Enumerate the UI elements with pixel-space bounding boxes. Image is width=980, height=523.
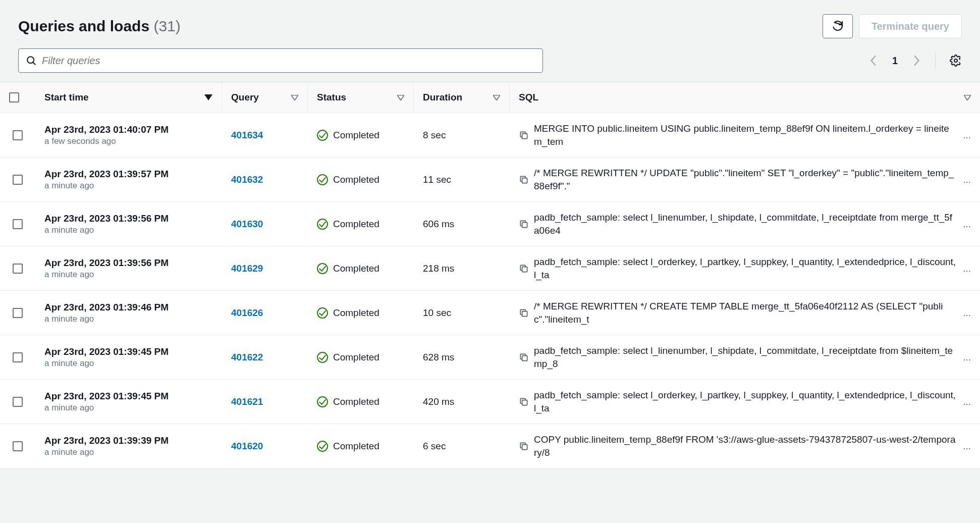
copy-sql-button[interactable]: [519, 175, 529, 185]
title-count: (31): [153, 18, 180, 34]
duration-text: 8 sec: [423, 130, 446, 141]
status-success-icon: [317, 130, 328, 141]
status-success-icon: [317, 174, 328, 185]
row-checkbox[interactable]: [13, 397, 23, 407]
svg-point-0: [27, 57, 34, 63]
query-id-link[interactable]: 401620: [231, 441, 263, 452]
query-id-link[interactable]: 401634: [231, 130, 263, 141]
sql-ellipsis: ...: [961, 396, 971, 407]
start-relative: a minute ago: [44, 181, 169, 191]
status-success-icon: [317, 396, 328, 407]
col-header-label: Status: [317, 92, 346, 103]
next-page-button[interactable]: [912, 55, 921, 66]
query-id-link[interactable]: 401621: [231, 396, 263, 407]
table-row: Apr 23rd, 2023 01:39:46 PMa minute ago40…: [0, 291, 980, 335]
gear-icon: [950, 55, 962, 67]
page-title: Queries and loads (31): [18, 18, 181, 35]
copy-sql-button[interactable]: [519, 441, 529, 451]
query-id-link[interactable]: 401632: [231, 174, 263, 185]
start-time: Apr 23rd, 2023 01:39:39 PM: [44, 435, 169, 446]
copy-sql-button[interactable]: [519, 130, 529, 140]
svg-rect-10: [522, 222, 527, 227]
col-header-status[interactable]: Status: [308, 82, 414, 113]
col-header-label: SQL: [519, 92, 538, 103]
settings-button[interactable]: [950, 55, 962, 67]
query-id-link[interactable]: 401630: [231, 219, 263, 230]
copy-sql-button[interactable]: [519, 352, 529, 362]
svg-line-1: [33, 62, 35, 65]
duration-text: 10 sec: [423, 307, 451, 319]
col-header-sql[interactable]: SQL: [510, 82, 980, 113]
refresh-button[interactable]: [823, 14, 853, 38]
status-success-icon: [317, 352, 328, 363]
row-checkbox[interactable]: [13, 219, 23, 229]
select-all-checkbox[interactable]: [9, 92, 19, 102]
query-id-link[interactable]: 401629: [231, 263, 263, 274]
start-time: Apr 23rd, 2023 01:40:07 PM: [44, 124, 169, 135]
sql-text: COPY public.lineitem_temp_88ef9f FROM 's…: [534, 433, 956, 459]
col-header-duration[interactable]: Duration: [414, 82, 510, 113]
status-text: Completed: [333, 352, 379, 363]
row-checkbox[interactable]: [13, 441, 23, 451]
start-relative: a minute ago: [44, 358, 169, 369]
start-relative: a minute ago: [44, 314, 169, 324]
col-header-select: [0, 82, 35, 113]
sql-ellipsis: ...: [961, 130, 971, 141]
copy-sql-button[interactable]: [519, 308, 529, 318]
status-text: Completed: [333, 219, 379, 230]
query-id-link[interactable]: 401626: [231, 307, 263, 319]
filter-input[interactable]: [37, 55, 535, 67]
status-success-icon: [317, 441, 328, 452]
status-text: Completed: [333, 307, 379, 319]
status-success-icon: [317, 307, 328, 319]
svg-rect-8: [522, 133, 527, 138]
sql-ellipsis: ...: [961, 307, 971, 319]
row-checkbox[interactable]: [13, 264, 23, 274]
row-checkbox[interactable]: [13, 352, 23, 362]
sql-text: MERGE INTO public.lineitem USING public.…: [534, 122, 956, 148]
status-text: Completed: [333, 441, 379, 452]
svg-point-2: [954, 59, 957, 62]
query-id-link[interactable]: 401622: [231, 352, 263, 363]
start-relative: a minute ago: [44, 447, 169, 457]
col-header-label: Query: [231, 92, 259, 103]
chevron-right-icon: [912, 55, 921, 66]
start-relative: a few seconds ago: [44, 136, 169, 146]
svg-rect-11: [522, 267, 527, 272]
svg-marker-4: [291, 95, 298, 100]
copy-sql-button[interactable]: [519, 397, 529, 407]
svg-rect-12: [522, 311, 527, 316]
copy-sql-button[interactable]: [519, 264, 529, 274]
copy-sql-button[interactable]: [519, 219, 529, 229]
page-number: 1: [892, 55, 898, 67]
start-time: Apr 23rd, 2023 01:39:57 PM: [44, 169, 169, 180]
sql-ellipsis: ...: [961, 441, 971, 452]
row-checkbox[interactable]: [13, 175, 23, 185]
sql-text: padb_fetch_sample: select l_orderkey, l_…: [534, 255, 956, 281]
prev-page-button[interactable]: [869, 55, 878, 66]
sql-text: /* MERGE REWRITTEN */ CREATE TEMP TABLE …: [534, 300, 956, 326]
terminate-query-button[interactable]: Terminate query: [859, 14, 962, 38]
divider: [935, 53, 936, 69]
sql-ellipsis: ...: [961, 219, 971, 230]
col-header-query[interactable]: Query: [222, 82, 308, 113]
duration-text: 11 sec: [423, 174, 451, 185]
chevron-left-icon: [869, 55, 878, 66]
svg-rect-14: [522, 400, 527, 405]
sql-text: padb_fetch_sample: select l_orderkey, l_…: [534, 389, 956, 414]
duration-text: 420 ms: [423, 396, 454, 407]
filter-input-wrapper[interactable]: [18, 48, 543, 73]
start-time: Apr 23rd, 2023 01:39:46 PM: [44, 302, 169, 313]
start-time: Apr 23rd, 2023 01:39:45 PM: [44, 346, 169, 357]
svg-marker-7: [964, 95, 971, 100]
status-text: Completed: [333, 396, 379, 407]
row-checkbox[interactable]: [13, 130, 23, 140]
svg-marker-6: [493, 95, 500, 100]
status-success-icon: [317, 219, 328, 230]
row-checkbox[interactable]: [13, 308, 23, 318]
col-header-start-time[interactable]: Start time: [35, 82, 222, 113]
refresh-icon: [832, 20, 844, 32]
status-text: Completed: [333, 263, 379, 274]
sql-ellipsis: ...: [961, 174, 971, 185]
svg-rect-13: [522, 355, 527, 360]
